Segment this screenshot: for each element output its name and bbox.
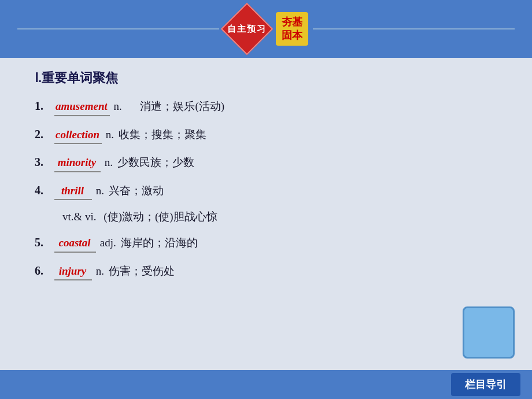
vocab-item-4: 4. thrill n. 兴奋；激动 <box>35 182 497 201</box>
vocab-number-1: 1. <box>35 97 51 114</box>
fuji-badge: 夯基 固本 <box>276 12 308 46</box>
vocab-word-5: coastal <box>58 237 92 249</box>
diamond-text: 自主预习 <box>227 24 267 35</box>
vocab-pos-4b: vt.& vi. <box>62 210 99 223</box>
fuji-line2: 固本 <box>282 29 302 42</box>
vocab-def-4b: (使)激动；(使)胆战心惊 <box>104 209 217 224</box>
vocab-word-6: injury <box>58 265 88 277</box>
right-deco-box <box>463 306 515 359</box>
vocab-def-2: 收集；搜集；聚集 <box>119 127 206 143</box>
diamond-badge-wrapper: 自主预习 <box>224 6 270 52</box>
vocab-def-6: 伤害；受伤处 <box>109 263 175 280</box>
vocab-def-5: 海岸的；沿海的 <box>121 235 198 252</box>
vocab-word-3: minority <box>57 156 98 168</box>
vocab-pos-2: n. <box>103 127 114 143</box>
vocab-pos-6: n. <box>93 263 104 280</box>
banner-center: 自主预习 夯基 固本 <box>224 6 308 52</box>
section-title: Ⅰ.重要单词聚焦 <box>35 69 497 87</box>
vocab-number-5: 5. <box>35 234 51 251</box>
vocab-def-1: 消遣；娱乐(活动) <box>140 98 224 115</box>
content-area: Ⅰ.重要单词聚焦 1. amusement n. 消遣；娱乐(活动) 2. co… <box>0 58 532 301</box>
vocab-pos-3: n. <box>102 154 113 171</box>
vocab-pos-4: n. <box>93 183 104 200</box>
vocab-blank-5: coastal <box>54 234 96 253</box>
vocab-blank-2: collection <box>54 125 102 145</box>
vocab-word-4: thrill <box>60 184 85 197</box>
vocab-item-1: 1. amusement n. 消遣；娱乐(活动) <box>35 97 497 116</box>
vocab-blank-1: amusement <box>54 97 110 116</box>
fuji-line1: 夯基 <box>282 16 302 29</box>
banner-inner: 自主预习 夯基 固本 <box>17 6 515 52</box>
vocab-item-2: 2. collection n. 收集；搜集；聚集 <box>35 125 497 145</box>
vocab-number-3: 3. <box>35 153 51 171</box>
vocab-pos-5: adj. <box>97 235 116 252</box>
nav-button[interactable]: 栏目导引 <box>451 373 520 396</box>
vocab-word-2: collection <box>54 128 101 141</box>
vocab-item-3: 3. minority n. 少数民族；少数 <box>35 153 497 172</box>
left-line <box>17 28 219 29</box>
diamond-text-wrapper: 自主预习 <box>224 6 270 52</box>
vocab-blank-4: thrill <box>54 182 92 201</box>
vocab-item-4b: vt.& vi. (使)激动；(使)胆战心惊 <box>35 209 497 224</box>
vocab-pos-1: n. <box>111 98 136 115</box>
vocab-number-4: 4. <box>35 182 51 199</box>
vocab-blank-3: minority <box>54 153 101 172</box>
top-banner: 自主预习 夯基 固本 <box>0 0 532 58</box>
vocab-number-2: 2. <box>35 125 51 143</box>
vocab-word-1: amusement <box>54 100 109 112</box>
vocab-def-4: 兴奋；激动 <box>109 183 164 200</box>
vocab-def-3: 少数民族；少数 <box>117 154 194 171</box>
vocab-item-5: 5. coastal adj. 海岸的；沿海的 <box>35 234 497 253</box>
vocab-blank-6: injury <box>54 262 92 281</box>
vocab-item-6: 6. injury n. 伤害；受伤处 <box>35 262 497 281</box>
main-container: 自主预习 夯基 固本 Ⅰ.重要单词聚焦 1. amusement n. 消遣；娱 <box>0 0 532 399</box>
vocab-number-6: 6. <box>35 262 51 279</box>
right-line <box>313 28 515 29</box>
bottom-bar: 栏目导引 <box>0 370 532 399</box>
